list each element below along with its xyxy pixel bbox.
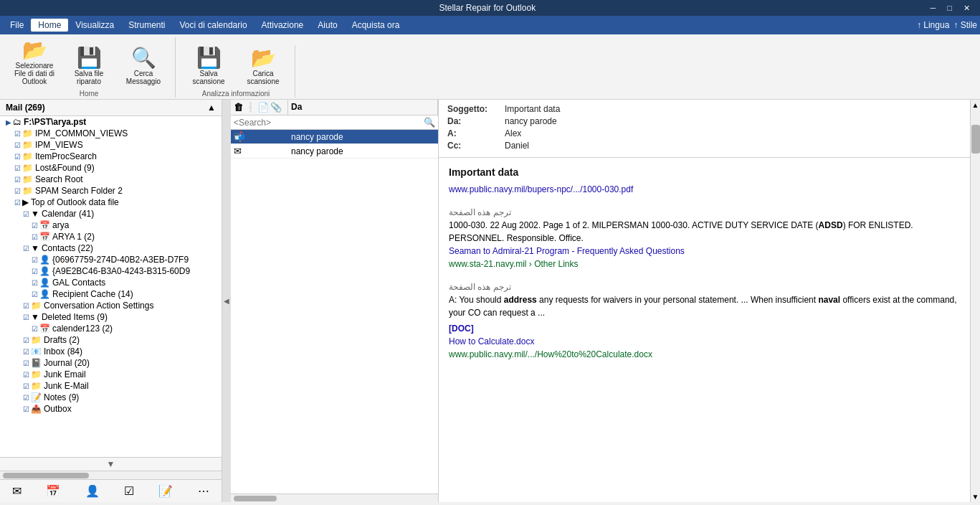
msg-row-1[interactable]: ✉ nancy parode [231,144,438,159]
cb-lostfound[interactable]: ☑ [14,164,21,172]
ribbon-btn-search-msg[interactable]: 🔍 Cerca Messaggio [118,45,169,88]
cb-spam[interactable]: ☑ [14,187,21,195]
ribbon-btn-carica-scansione[interactable]: 📂 Carica scansione [237,45,289,88]
tree-item-junk-email[interactable]: ☑ 📁 Junk Email [0,369,222,380]
cb-arya1[interactable]: ☑ [32,233,38,241]
tree-item-junk-email2[interactable]: ☑ 📁 Junk E-Mail [0,380,222,392]
cb-ipm-common[interactable]: ☑ [14,130,21,138]
cb-drafts[interactable]: ☑ [23,336,29,344]
cb-recipient-cache[interactable]: ☑ [32,291,38,298]
tree-item-recipient-cache[interactable]: ☑ 👤 Recipient Cache (14) [0,288,222,300]
menu-attivazione[interactable]: Attivazione [254,19,311,32]
delete-icon[interactable]: 🗑 [234,102,243,113]
menu-lingua[interactable]: ↑ Lingua [917,20,949,30]
bottom-icon-more[interactable]: ⋯ [194,483,214,499]
menu-voci-calendario[interactable]: Voci di calendario [173,19,254,32]
cb-contact1[interactable]: ☑ [32,256,38,264]
cb-contact2[interactable]: ☑ [32,268,38,275]
search-icon-btn[interactable]: 🔍 [424,117,435,128]
tree-item-inbox[interactable]: ☑ 📧 Inbox (84) [0,346,222,357]
cb-deleted[interactable]: ☑ [23,313,29,321]
tree-item-conv-action[interactable]: ☑ 📁 Conversation Action Settings [0,300,222,311]
tree-item-contact1[interactable]: ☑ 👤 {06967759-274D-40B2-A3EB-D7F9 [0,254,222,265]
tree-item-top-outlook[interactable]: ☑ ▶ Top of Outlook data file [0,197,222,208]
scrollbar-down-btn[interactable]: ▼ [971,491,980,502]
msg-hscroll[interactable] [231,494,438,502]
folder-icon-spam: 📁 [22,186,33,196]
ribbon-btn-salva-scansione[interactable]: 💾 Salva scansione [183,45,234,88]
tree-item-ipm-views[interactable]: ☑ 📁 IPM_VIEWS [0,139,222,151]
cb-arya[interactable]: ☑ [32,222,38,230]
menu-acquista[interactable]: Acquista ora [345,19,407,32]
tree-item-search-root[interactable]: ☑ 📁 Search Root [0,174,222,185]
tree-item-journal[interactable]: ☑ 📓 Journal (20) [0,357,222,369]
menu-visualizza[interactable]: Visualizza [68,19,121,32]
tree-item-itemprocSearch[interactable]: ☑ 📁 ItemProcSearch [0,151,222,162]
menu-strumenti[interactable]: Strumenti [121,19,172,32]
search-input[interactable] [234,118,424,128]
folder-tree[interactable]: ▶ 🗂 F:\PST\arya.pst ☑ 📁 IPM_COMMON_VIEWS… [0,116,222,457]
tree-item-pst[interactable]: ▶ 🗂 F:\PST\arya.pst [0,116,222,128]
cb-gal-contacts[interactable]: ☑ [32,279,38,287]
cb-junk-email[interactable]: ☑ [23,371,29,379]
cb-ipm-views[interactable]: ☑ [14,141,21,149]
cb-itemprocSearch[interactable]: ☑ [14,153,21,161]
bottom-icon-mail[interactable]: ✉ [8,483,26,499]
bottom-icon-notes[interactable]: 📝 [154,483,177,499]
tree-item-calender123[interactable]: ☑ 📅 calender123 (2) [0,323,222,334]
bottom-icon-tasks[interactable]: ☑ [120,483,138,499]
menu-home[interactable]: Home [31,19,68,32]
msg-row-0[interactable]: 📬 nancy parode [231,130,438,144]
attach-icon[interactable]: 📎 [270,102,282,113]
tree-item-contact2[interactable]: ☑ 👤 {A9E2BC46-B3A0-4243-B315-60D9 [0,265,222,277]
cb-journal[interactable]: ☑ [23,359,29,367]
collapse-left[interactable]: ◀ [222,100,231,502]
scrollbar-up-btn[interactable]: ▲ [971,100,980,110]
ribbon-btn-save-file[interactable]: 💾 Salva file riparato [63,45,115,88]
tree-item-notes[interactable]: ☑ 📝 Notes (9) [0,392,222,403]
menu-stile[interactable]: ↑ Stile [953,20,977,30]
tree-item-outbox[interactable]: ☑ 📤 Outbox [0,403,222,415]
cb-contacts[interactable]: ☑ [23,245,29,252]
tree-item-gal-contacts[interactable]: ☑ 👤 GAL Contacts [0,277,222,288]
menu-file[interactable]: File [3,19,31,32]
folder-hscroll[interactable] [0,471,222,479]
cb-top-outlook[interactable]: ☑ [14,199,21,207]
folder-icon-calendar: ▼ [31,209,39,219]
folder-scroll-down[interactable]: ▼ [0,457,222,471]
folder-scroll-up[interactable]: ▲ [207,103,216,113]
preview-link-2[interactable]: Seaman to Admiral-21 Program - Frequentl… [449,245,960,258]
right-scrollbar[interactable]: ▲ ▼ [970,100,980,502]
tree-item-spam[interactable]: ☑ 📁 SPAM Search Folder 2 [0,185,222,197]
bottom-icon-contacts[interactable]: 👤 [81,483,104,499]
tree-item-deleted[interactable]: ☑ ▼ Deleted Items (9) [0,311,222,323]
preview-link-3[interactable]: How to Calculate.docx [449,335,960,348]
minimize-button[interactable]: ─ [926,4,941,13]
cb-inbox[interactable]: ☑ [23,348,29,356]
preview-link-1[interactable]: www.public.navy.mil/bupers-npc/.../1000-… [449,183,960,196]
exclaim-icon[interactable]: ❕ [244,102,256,113]
cb-search-root[interactable]: ☑ [14,176,21,184]
label-journal: Journal (20) [44,358,90,368]
from-label: Da: [447,116,505,126]
cb-calendar[interactable]: ☑ [23,210,29,218]
cb-conv-action[interactable]: ☑ [23,302,29,310]
cb-notes[interactable]: ☑ [23,394,29,402]
tree-item-arya1[interactable]: ☑ 📅 ARYA 1 (2) [0,231,222,242]
bottom-icon-calendar[interactable]: 📅 [42,483,65,499]
tree-item-arya[interactable]: ☑ 📅 arya [0,220,222,231]
cb-calender123[interactable]: ☑ [32,325,38,333]
maximize-button[interactable]: □ [943,4,956,13]
menu-aiuto[interactable]: Aiuto [310,19,344,32]
tree-item-drafts[interactable]: ☑ 📁 Drafts (2) [0,334,222,346]
cb-junk-email2[interactable]: ☑ [23,382,29,390]
tree-item-ipm-common[interactable]: ☑ 📁 IPM_COMMON_VIEWS [0,128,222,139]
close-button[interactable]: ✕ [959,4,974,13]
ribbon-btn-select-file[interactable]: 📂 Selezionare File di dati di Outlook [9,37,60,88]
cb-outbox[interactable]: ☑ [23,405,29,413]
tree-item-calendar[interactable]: ☑ ▼ Calendar (41) [0,208,222,220]
checkbox-pst[interactable]: ▶ [6,118,11,126]
tree-item-lostfound[interactable]: ☑ 📁 Lost&Found (9) [0,162,222,174]
tree-item-contacts[interactable]: ☑ ▼ Contacts (22) [0,242,222,254]
doc-icon[interactable]: 📄 [257,102,269,113]
